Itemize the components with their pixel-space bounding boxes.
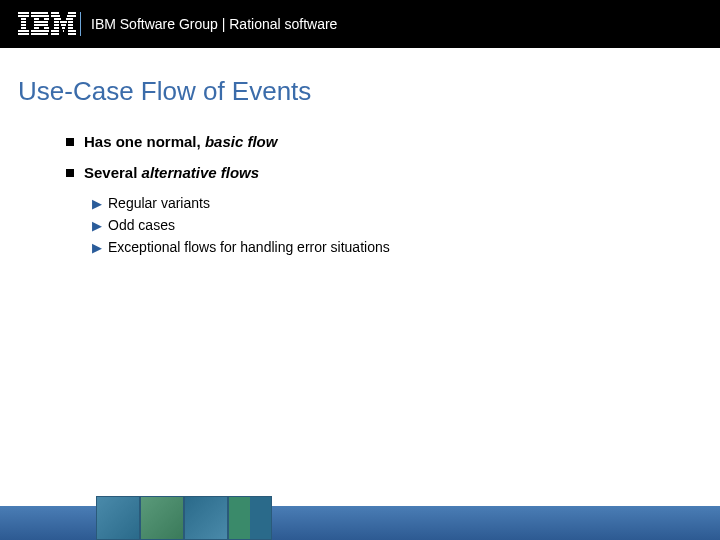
svg-rect-32 xyxy=(68,27,73,29)
svg-rect-17 xyxy=(31,33,48,35)
bullet-item: Has one normal, basic flow xyxy=(18,133,702,150)
bullet-text: Several alternative flows xyxy=(84,164,259,181)
sub-bullet-text: Exceptional flows for handling error sit… xyxy=(108,239,390,255)
decorative-tile-icon xyxy=(96,496,140,540)
bullet-lead: Has one normal, xyxy=(84,133,205,150)
svg-rect-22 xyxy=(54,18,61,20)
square-bullet-icon xyxy=(66,138,74,146)
svg-rect-5 xyxy=(21,27,26,29)
sub-bullet-item: ▶ Odd cases xyxy=(18,217,702,233)
svg-rect-2 xyxy=(21,18,26,20)
svg-rect-19 xyxy=(68,12,76,14)
svg-rect-24 xyxy=(54,21,59,23)
square-bullet-icon xyxy=(66,169,74,177)
decorative-tile-icon xyxy=(184,496,228,540)
sub-bullet-text: Odd cases xyxy=(108,217,175,233)
header-divider xyxy=(80,12,81,36)
svg-rect-0 xyxy=(18,12,29,14)
svg-rect-35 xyxy=(68,30,76,32)
svg-rect-10 xyxy=(34,18,39,20)
svg-rect-31 xyxy=(62,27,65,29)
decorative-tile-icon xyxy=(140,496,184,540)
bullet-item: Several alternative flows xyxy=(18,164,702,181)
svg-rect-29 xyxy=(68,24,73,26)
svg-rect-3 xyxy=(21,21,26,23)
svg-rect-23 xyxy=(66,18,73,20)
svg-rect-33 xyxy=(51,30,59,32)
svg-rect-4 xyxy=(21,24,26,26)
svg-rect-15 xyxy=(44,27,49,29)
bullet-lead: Several xyxy=(84,164,142,181)
header-breadcrumb: IBM Software Group | Rational software xyxy=(91,16,337,32)
svg-rect-34 xyxy=(63,30,64,32)
svg-rect-11 xyxy=(44,18,49,20)
svg-rect-36 xyxy=(51,33,59,35)
svg-rect-14 xyxy=(34,27,39,29)
svg-rect-1 xyxy=(18,15,29,17)
svg-rect-28 xyxy=(61,24,66,26)
bullet-emph: alternative flows xyxy=(142,164,260,181)
svg-rect-30 xyxy=(54,27,59,29)
svg-rect-26 xyxy=(68,21,73,23)
svg-rect-21 xyxy=(67,15,76,17)
sub-bullet-item: ▶ Regular variants xyxy=(18,195,702,211)
slide-footer xyxy=(0,496,720,540)
svg-rect-20 xyxy=(51,15,60,17)
svg-rect-37 xyxy=(68,33,76,35)
slide-title: Use-Case Flow of Events xyxy=(18,76,702,107)
arrow-bullet-icon: ▶ xyxy=(92,196,102,211)
svg-rect-7 xyxy=(18,33,29,35)
svg-rect-9 xyxy=(31,15,49,17)
ibm-logo xyxy=(18,12,76,36)
sub-bullet-text: Regular variants xyxy=(108,195,210,211)
slide-header: IBM Software Group | Rational software xyxy=(0,0,720,48)
sub-bullet-item: ▶ Exceptional flows for handling error s… xyxy=(18,239,702,255)
svg-rect-13 xyxy=(34,24,48,26)
arrow-bullet-icon: ▶ xyxy=(92,218,102,233)
svg-rect-8 xyxy=(31,12,48,14)
svg-rect-18 xyxy=(51,12,59,14)
svg-rect-16 xyxy=(31,30,49,32)
svg-rect-25 xyxy=(60,21,67,23)
decorative-tile-icon xyxy=(228,496,272,540)
bullet-emph: basic flow xyxy=(205,133,278,150)
svg-rect-27 xyxy=(54,24,59,26)
slide-content: Use-Case Flow of Events Has one normal, … xyxy=(0,48,720,255)
bullet-text: Has one normal, basic flow xyxy=(84,133,277,150)
footer-decorative-tiles xyxy=(96,496,272,540)
svg-rect-12 xyxy=(34,21,48,23)
arrow-bullet-icon: ▶ xyxy=(92,240,102,255)
svg-rect-6 xyxy=(18,30,29,32)
